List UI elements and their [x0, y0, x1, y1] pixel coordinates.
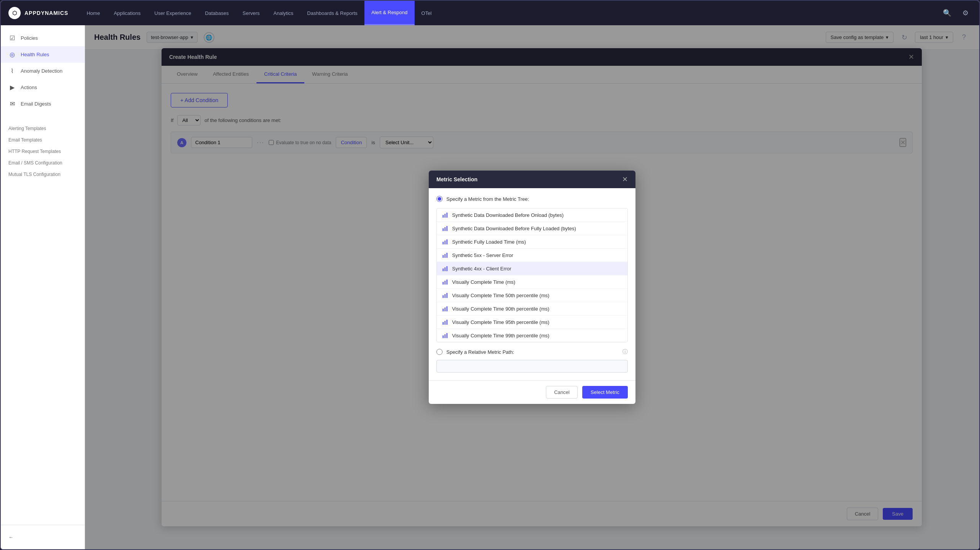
brand: ⬡ APPDYNAMICS: [8, 7, 68, 19]
svg-rect-22: [444, 308, 446, 311]
sidebar-section-http-templates[interactable]: HTTP Request Templates: [1, 146, 85, 157]
metric-item-7[interactable]: Visually Complete Time 90th percentile (…: [437, 302, 627, 316]
sidebar-item-policies[interactable]: ☑ Policies: [1, 30, 85, 46]
radio-tree-input[interactable]: [436, 196, 443, 202]
main-content: Health Rules test-browser-app ▾ 🌐 Save c…: [85, 25, 979, 549]
svg-rect-27: [443, 335, 444, 338]
bar-chart-icon-9: [442, 332, 448, 338]
sidebar-item-actions[interactable]: ▶ Actions: [1, 79, 85, 96]
metric-label-8: Visually Complete Time 95th percentile (…: [452, 319, 549, 325]
nav-item-applications[interactable]: Applications: [107, 1, 147, 25]
sidebar-item-email-digests[interactable]: ✉ Email Digests: [1, 96, 85, 112]
sidebar: ☑ Policies ◎ Health Rules ⌇ Anomaly Dete…: [1, 25, 85, 549]
svg-rect-25: [444, 321, 446, 325]
metric-dialog-cancel-btn[interactable]: Cancel: [546, 386, 577, 399]
settings-icon[interactable]: ⚙: [959, 7, 972, 19]
svg-rect-19: [444, 294, 446, 298]
nav-item-otel[interactable]: OTel: [415, 1, 439, 25]
search-icon[interactable]: 🔍: [941, 7, 953, 19]
sidebar-item-label-anomaly: Anomaly Detection: [21, 68, 62, 74]
metric-item-0[interactable]: Synthetic Data Downloaded Before Onload …: [437, 208, 627, 222]
sidebar-item-health-rules[interactable]: ◎ Health Rules: [1, 46, 85, 63]
anomaly-icon: ⌇: [8, 67, 16, 75]
sidebar-item-anomaly[interactable]: ⌇ Anomaly Detection: [1, 63, 85, 79]
metric-label-3: Synthetic 5xx - Server Error: [452, 252, 513, 258]
metric-item-6[interactable]: Visually Complete Time 50th percentile (…: [437, 289, 627, 302]
metric-dialog-title: Metric Selection: [436, 176, 477, 182]
select-metric-submit-btn[interactable]: Select Metric: [582, 386, 628, 399]
top-nav: ⬡ APPDYNAMICS Home Applications User Exp…: [1, 1, 979, 25]
metric-item-1[interactable]: Synthetic Data Downloaded Before Fully L…: [437, 222, 627, 235]
svg-rect-4: [444, 227, 446, 231]
metric-label-9: Visually Complete Time 99th percentile (…: [452, 333, 549, 338]
bar-chart-icon-3: [442, 252, 448, 258]
sidebar-section-email-templates[interactable]: Email Templates: [1, 134, 85, 146]
sidebar-items: ☑ Policies ◎ Health Rules ⌇ Anomaly Dete…: [1, 25, 85, 117]
svg-rect-17: [446, 280, 448, 285]
svg-rect-3: [443, 228, 444, 231]
svg-rect-14: [446, 266, 448, 271]
bar-chart-icon-4: [442, 265, 448, 272]
metric-label-4: Synthetic 4xx - Client Error: [452, 266, 511, 272]
svg-rect-5: [446, 226, 448, 231]
metric-item-2[interactable]: Synthetic Fully Loaded Time (ms): [437, 235, 627, 249]
metric-item-8[interactable]: Visually Complete Time 95th percentile (…: [437, 316, 627, 329]
nav-items: Home Applications User Experience Databa…: [80, 1, 941, 25]
help-circle-icon[interactable]: ⓘ: [622, 348, 628, 355]
svg-rect-13: [444, 267, 446, 271]
radio-tree-option: Specify a Metric from the Metric Tree:: [436, 196, 628, 202]
svg-rect-16: [444, 281, 446, 285]
svg-rect-18: [443, 295, 444, 298]
radio-path-input[interactable]: [436, 349, 443, 355]
bar-chart-icon-2: [442, 239, 448, 245]
sidebar-back-btn[interactable]: ←: [1, 530, 85, 545]
metric-item-4[interactable]: Synthetic 4xx - Client Error: [437, 262, 627, 275]
svg-rect-2: [446, 213, 448, 218]
svg-rect-29: [446, 333, 448, 338]
nav-item-analytics[interactable]: Analytics: [266, 1, 300, 25]
sidebar-item-label-health-rules: Health Rules: [21, 52, 49, 57]
sidebar-section-mutual-tls[interactable]: Mutual TLS Configuration: [1, 169, 85, 180]
metric-item-9[interactable]: Visually Complete Time 99th percentile (…: [437, 329, 627, 342]
bar-chart-icon-0: [442, 212, 448, 218]
svg-rect-15: [443, 282, 444, 285]
nav-item-servers[interactable]: Servers: [236, 1, 267, 25]
svg-rect-1: [444, 214, 446, 218]
nav-item-databases[interactable]: Databases: [198, 1, 235, 25]
svg-rect-10: [444, 254, 446, 258]
svg-rect-9: [443, 255, 444, 258]
sidebar-section-alerting-templates[interactable]: Alerting Templates: [1, 123, 85, 134]
metric-label-6: Visually Complete Time 50th percentile (…: [452, 293, 549, 298]
sidebar-item-label-email-digests: Email Digests: [21, 101, 51, 107]
nav-item-dashboards[interactable]: Dashboards & Reports: [300, 1, 364, 25]
metric-item-5[interactable]: Visually Complete Time (ms): [437, 275, 627, 289]
metric-dialog-close-btn[interactable]: ✕: [622, 176, 628, 183]
bar-chart-icon-5: [442, 279, 448, 285]
metric-item-3[interactable]: Synthetic 5xx - Server Error: [437, 249, 627, 262]
metric-label-7: Visually Complete Time 90th percentile (…: [452, 306, 549, 312]
svg-rect-21: [443, 309, 444, 311]
sidebar-sections: Alerting Templates Email Templates HTTP …: [1, 117, 85, 186]
svg-rect-26: [446, 320, 448, 325]
svg-rect-11: [446, 253, 448, 258]
radio-path-label: Specify a Relative Metric Path:: [446, 349, 514, 355]
svg-rect-7: [444, 241, 446, 244]
health-rules-icon: ◎: [8, 51, 16, 58]
svg-rect-8: [446, 239, 448, 244]
radio-path-option: Specify a Relative Metric Path: ⓘ: [436, 348, 628, 355]
nav-item-user-experience[interactable]: User Experience: [147, 1, 198, 25]
metric-dialog-header: Metric Selection ✕: [429, 171, 635, 188]
metric-path-input[interactable]: [436, 360, 628, 373]
nav-item-alert-respond[interactable]: Alert & Respond: [364, 1, 415, 25]
bar-chart-icon-6: [442, 292, 448, 298]
svg-rect-24: [443, 322, 444, 325]
nav-item-home[interactable]: Home: [80, 1, 107, 25]
metric-dialog: Metric Selection ✕ Specify a Metric from…: [429, 171, 635, 404]
brand-icon: ⬡: [8, 7, 21, 19]
sidebar-section-email-sms[interactable]: Email / SMS Configuration: [1, 157, 85, 169]
svg-rect-6: [443, 242, 444, 244]
radio-tree-label: Specify a Metric from the Metric Tree:: [446, 196, 529, 202]
app-shell: ⬡ APPDYNAMICS Home Applications User Exp…: [0, 0, 980, 550]
metric-label-1: Synthetic Data Downloaded Before Fully L…: [452, 226, 576, 231]
metric-tree-list: Synthetic Data Downloaded Before Onload …: [436, 208, 628, 342]
